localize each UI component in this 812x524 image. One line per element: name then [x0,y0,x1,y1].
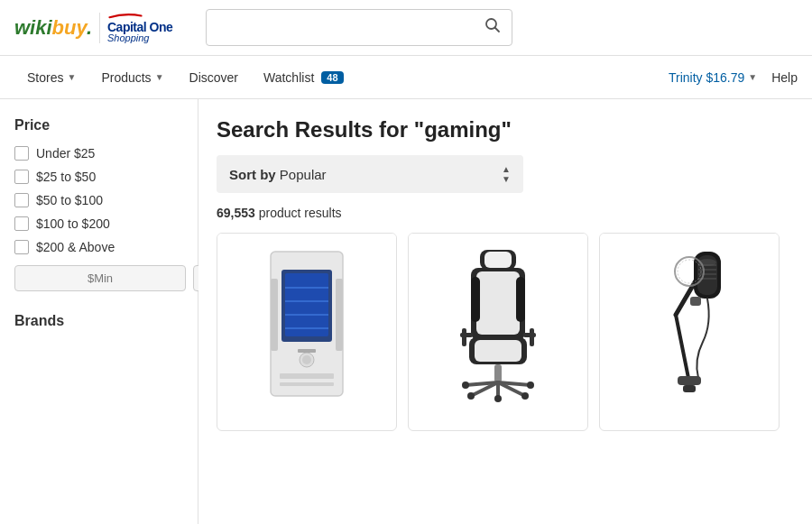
product-card-mic[interactable] [599,233,780,431]
svg-rect-11 [280,373,334,379]
capital-one-swoosh [107,13,143,19]
product-image-mic [600,234,779,414]
svg-rect-4 [285,273,328,336]
checkbox-25-50[interactable] [14,170,29,184]
svg-rect-52 [683,385,696,392]
price-filter-title: Price [14,117,183,133]
svg-point-37 [527,382,534,389]
svg-rect-21 [516,277,525,322]
nav-left: Stores ▼ Products ▼ Discover Watchlist 4… [14,58,669,97]
pc-tower-svg [253,243,361,405]
svg-rect-20 [471,277,480,322]
nav-watchlist[interactable]: Watchlist 48 [251,58,356,97]
capital-one-sub: Shopping [107,32,150,43]
brands-filter-title: Brands [14,313,183,329]
sort-prefix: Sort by [229,167,276,182]
filter-100-200: $100 to $200 [14,216,183,231]
svg-rect-12 [280,382,334,386]
svg-rect-28 [494,364,502,382]
filter-label-50-100: $50 to $100 [36,193,103,207]
svg-rect-15 [298,349,316,353]
checkbox-50-100[interactable] [14,193,29,207]
nav-stores[interactable]: Stores ▼ [14,58,88,97]
watchlist-label: Watchlist [263,70,314,85]
mic-stand-svg [640,243,739,405]
results-query: "gaming" [414,117,512,142]
svg-point-10 [302,355,311,364]
watchlist-badge: 48 [321,71,343,84]
search-bar[interactable]: gaming [206,9,512,46]
svg-point-36 [462,382,469,389]
filter-under-25: Under $25 [14,146,183,161]
sort-value: Popular [280,167,327,182]
filter-25-50: $25 to $50 [14,170,183,184]
svg-point-34 [467,392,475,400]
sidebar: Price Under $25 $25 to $50 $50 to $100 $… [0,99,198,524]
svg-point-35 [521,392,529,400]
price-range-inputs [14,265,183,291]
checkbox-200-above[interactable] [14,240,29,254]
nav-discover[interactable]: Discover [177,58,251,97]
filter-label-under-25: Under $25 [36,146,95,161]
checkbox-100-200[interactable] [14,216,29,231]
min-price-input[interactable] [14,265,186,291]
svg-rect-27 [530,328,534,346]
gaming-chair-svg [453,243,543,405]
stores-label: Stores [27,70,63,85]
svg-rect-50 [690,297,701,306]
nav-account[interactable]: Trinity $16.79 ▼ [669,70,757,85]
header: wikibuy. Capital One Shopping gaming [0,0,812,56]
product-image-pc [217,234,396,414]
results-count: 69,553 product results [217,206,794,220]
results-count-number: 69,553 [217,206,255,220]
stores-chevron-icon: ▼ [67,72,76,82]
filter-50-100: $50 to $100 [14,193,183,207]
sort-bar[interactable]: Sort by Popular ▲ ▼ [217,155,523,193]
sort-label: Sort by Popular [229,167,327,182]
svg-rect-13 [271,279,278,351]
search-results-title: Search Results for "gaming" [217,117,794,142]
content-area: Search Results for "gaming" Sort by Popu… [198,99,812,524]
nav-help[interactable]: Help [771,70,798,85]
products-label: Products [101,70,151,85]
svg-point-38 [494,395,502,402]
results-suffix: product results [259,206,342,220]
logo-area: wikibuy. Capital One Shopping [14,13,195,43]
filter-label-25-50: $25 to $50 [36,170,96,184]
product-grid [217,233,794,431]
filter-label-200-above: $200 & Above [36,240,115,254]
discover-label: Discover [189,70,238,85]
checkbox-under-25[interactable] [14,146,29,161]
svg-rect-26 [462,328,466,346]
svg-rect-17 [484,252,512,268]
main-layout: Price Under $25 $25 to $50 $50 to $100 $… [0,99,812,524]
search-input[interactable]: gaming [217,20,484,35]
svg-rect-14 [336,279,343,351]
filter-200-above: $200 & Above [14,240,183,254]
wikibuy-logo[interactable]: wikibuy. [14,16,92,40]
nav-right: Trinity $16.79 ▼ Help [669,70,798,85]
sort-arrows-icon: ▲ ▼ [502,164,511,184]
svg-line-40 [676,315,689,382]
product-card-chair[interactable] [408,233,588,431]
results-prefix: Search Results for [217,117,414,142]
svg-rect-23 [475,340,521,362]
products-chevron-icon: ▼ [155,72,164,82]
capital-one-logo: Capital One Shopping [99,13,172,43]
svg-rect-51 [678,376,701,385]
account-label: Trinity $16.79 [669,70,744,85]
nav: Stores ▼ Products ▼ Discover Watchlist 4… [0,56,812,99]
account-chevron-icon: ▼ [748,72,757,82]
search-icon[interactable] [484,17,501,38]
svg-rect-19 [476,271,520,335]
nav-products[interactable]: Products ▼ [88,58,176,97]
filter-label-100-200: $100 to $200 [36,216,110,231]
svg-line-1 [495,28,500,32]
product-card-pc[interactable] [217,233,397,431]
product-image-chair [409,234,587,414]
